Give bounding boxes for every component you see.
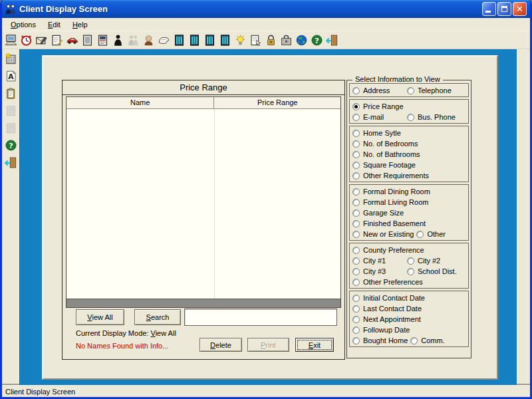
radio-button-icon[interactable] (352, 188, 360, 196)
radio-other-requirements[interactable]: Other Requirements (352, 172, 429, 180)
radio-bought-home[interactable]: Bought Home (352, 336, 410, 344)
radio-no-of-bedrooms[interactable]: No. of Bedrooms (352, 140, 418, 148)
page-pointer-icon[interactable] (248, 32, 263, 48)
exit-button[interactable]: Exit (295, 338, 334, 352)
radio-button-icon[interactable] (352, 103, 360, 110)
radio-initial-contact-date[interactable]: Initial Contact Date (352, 294, 425, 302)
radio-city-3[interactable]: City #3 (352, 267, 407, 275)
radio-button-icon[interactable] (352, 295, 360, 302)
window-icon[interactable] (202, 32, 217, 48)
radio-city-2[interactable]: City #2 (407, 257, 440, 265)
radio-other[interactable]: Other (416, 230, 446, 238)
minimize-button[interactable] (482, 2, 496, 16)
portrait-icon[interactable] (141, 32, 156, 48)
radio-button-icon[interactable] (352, 114, 360, 121)
radio-button-icon[interactable] (410, 337, 418, 344)
radio-button-icon[interactable] (352, 140, 360, 148)
search-input[interactable] (184, 309, 337, 326)
radio-button-icon[interactable] (407, 257, 414, 265)
framed-document-icon[interactable] (80, 32, 94, 48)
radio-new-or-existing[interactable]: New or Existing (352, 230, 416, 238)
radio-button-icon[interactable] (352, 305, 360, 313)
radio-last-contact-date[interactable]: Last Contact Date (352, 305, 422, 313)
padlock-icon[interactable] (263, 32, 278, 48)
lightbulb-icon[interactable] (233, 32, 247, 48)
help-icon[interactable]: ? (309, 32, 324, 48)
search-button[interactable]: Search (134, 309, 181, 325)
radio-price-range[interactable]: Price Range (352, 102, 404, 110)
menu-edit[interactable]: Edit (42, 19, 66, 30)
close-button[interactable]: ✕ (513, 2, 527, 16)
column-header-name[interactable]: Name (66, 97, 214, 108)
radio-button-icon[interactable] (352, 337, 360, 344)
window-icon[interactable] (217, 32, 232, 48)
photo-document-icon[interactable] (95, 32, 110, 48)
radio-school-dist[interactable]: School Dist. (407, 267, 457, 275)
notepad-icon[interactable] (49, 32, 64, 48)
delete-button[interactable]: Delete (200, 338, 242, 352)
title-bar[interactable]: Client Display Screen ✕ (2, 0, 530, 18)
radio-button-icon[interactable] (352, 87, 360, 94)
window-icon[interactable] (187, 32, 201, 48)
menu-options[interactable]: Options (5, 19, 42, 30)
person-icon[interactable] (110, 32, 125, 48)
radio-button-icon[interactable] (352, 279, 360, 286)
help-icon[interactable]: ? (3, 137, 18, 153)
radio-e-mail[interactable]: E-mail (352, 113, 407, 121)
radio-garage-size[interactable]: Garage Size (352, 209, 404, 217)
radio-button-icon[interactable] (352, 151, 360, 158)
horn-icon[interactable] (156, 32, 171, 48)
exit-door-icon[interactable] (3, 154, 18, 170)
radio-comm[interactable]: Comm. (410, 336, 444, 344)
people-icon (126, 32, 140, 48)
menu-help[interactable]: Help (66, 19, 94, 30)
radio-next-appointment[interactable]: Next Appointment (352, 315, 421, 323)
maximize-button[interactable] (497, 2, 511, 16)
exit-door-icon[interactable] (325, 32, 339, 48)
radio-button-icon[interactable] (352, 199, 360, 206)
radio-button-icon[interactable] (407, 114, 414, 121)
car-icon[interactable] (65, 32, 79, 48)
radio-bus-phone[interactable]: Bus. Phone (407, 113, 456, 121)
radio-formal-dining-room[interactable]: Formal Dining Room (352, 188, 430, 196)
svg-text:?: ? (9, 141, 13, 150)
radio-button-icon[interactable] (352, 268, 360, 275)
radio-button-icon[interactable] (352, 220, 360, 227)
clipboard-icon[interactable] (3, 85, 18, 101)
radio-telephone[interactable]: Telephone (407, 86, 452, 94)
globe-icon[interactable] (294, 32, 309, 48)
radio-button-icon[interactable] (352, 162, 360, 169)
radio-city-1[interactable]: City #1 (352, 257, 407, 265)
radio-square-footage[interactable]: Square Footage (352, 161, 416, 169)
window-icon[interactable] (172, 32, 186, 48)
radio-button-icon[interactable] (352, 327, 360, 334)
horizontal-scrollbar[interactable] (66, 299, 340, 307)
radio-other-preferences[interactable]: Other Preferences (352, 278, 423, 286)
radio-button-icon[interactable] (352, 316, 360, 323)
radio-button-icon[interactable] (352, 172, 360, 180)
radio-button-icon[interactable] (352, 257, 360, 265)
radio-button-icon[interactable] (352, 130, 360, 137)
view-all-button[interactable]: View All (76, 309, 124, 325)
radio-button-icon[interactable] (416, 231, 424, 238)
radio-button-icon[interactable] (352, 247, 360, 254)
radio-finished-basement[interactable]: Finished Basement (352, 219, 426, 227)
client-list[interactable] (66, 109, 340, 299)
grid-calculator-icon[interactable] (3, 51, 18, 66)
radio-button-icon[interactable] (352, 209, 360, 217)
radio-formal-living-room[interactable]: Formal Living Room (352, 198, 428, 206)
radio-home-sytle[interactable]: Home Sytle (352, 129, 401, 137)
radio-address[interactable]: Address (352, 86, 407, 94)
radio-followup-date[interactable]: Followup Date (352, 326, 410, 334)
chest-icon[interactable] (279, 32, 293, 48)
radio-button-icon[interactable] (407, 268, 414, 275)
computer-icon[interactable] (3, 32, 18, 48)
radio-county-preference[interactable]: County Preference (352, 246, 424, 254)
radio-button-icon[interactable] (352, 231, 360, 238)
mail-pen-icon[interactable] (34, 32, 49, 48)
radio-button-icon[interactable] (407, 87, 414, 94)
column-header-price-range[interactable]: Price Range (214, 97, 340, 108)
font-page-icon[interactable]: A (3, 68, 18, 84)
alarm-clock-icon[interactable] (19, 32, 33, 48)
radio-no-of-bathrooms[interactable]: No. of Bathrooms (352, 150, 420, 158)
